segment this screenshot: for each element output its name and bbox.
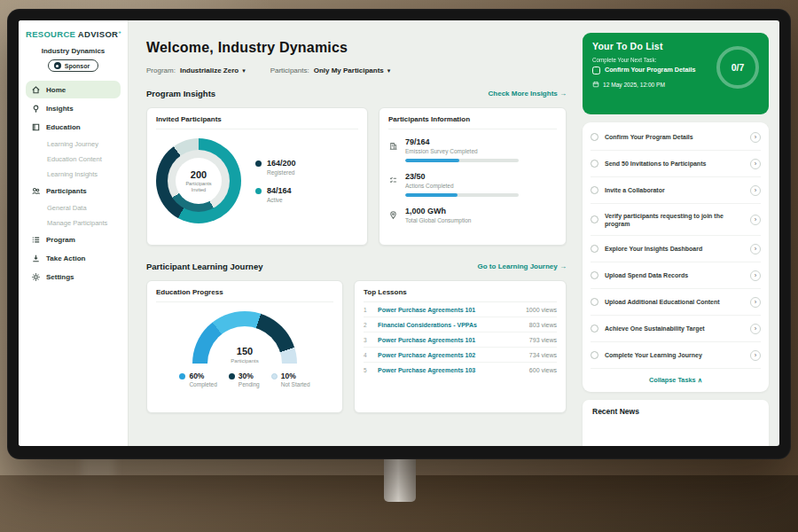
checkbox-icon[interactable] bbox=[591, 245, 598, 253]
sidebar-item-label: Manage Participants bbox=[47, 219, 107, 227]
sidebar: RESOURCE ADVISOR+ Industry Dynamics Spon… bbox=[19, 20, 129, 446]
todo-panel: Your To Do List Complete Your Next Task:… bbox=[579, 20, 779, 446]
task-label: Achieve One Sustainability Target bbox=[605, 325, 744, 332]
checkbox-icon[interactable] bbox=[591, 351, 598, 359]
task-row[interactable]: Upload Additional Educational Content › bbox=[591, 289, 761, 316]
chevron-right-icon[interactable]: › bbox=[750, 350, 761, 361]
chevron-right-icon[interactable]: › bbox=[750, 244, 761, 254]
lesson-link[interactable]: Power Purchase Agreements 102 bbox=[378, 352, 523, 358]
sidebar-item-education-content[interactable]: Education Content bbox=[26, 152, 121, 166]
logo-sup: + bbox=[118, 29, 121, 35]
lesson-link[interactable]: Power Purchase Agreements 103 bbox=[378, 367, 523, 373]
checkbox-icon[interactable] bbox=[591, 186, 598, 194]
chevron-right-icon[interactable]: › bbox=[750, 159, 761, 169]
todo-next-task-label: Confirm Your Program Details bbox=[605, 66, 695, 74]
sidebar-item-label: Settings bbox=[46, 273, 74, 281]
sidebar-item-manage-participants[interactable]: Manage Participants bbox=[26, 215, 121, 230]
task-row[interactable]: Complete Your Learning Journey › bbox=[591, 342, 761, 369]
donut-center-label: Participants Invited bbox=[181, 181, 216, 193]
stat-value: 1,000 GWh bbox=[405, 207, 471, 215]
sidebar-item-education[interactable]: Education bbox=[26, 118, 121, 136]
legend-dot bbox=[229, 373, 235, 379]
sidebar-item-participants[interactable]: Participants bbox=[26, 182, 121, 200]
lesson-link[interactable]: Power Purchase Agreements 101 bbox=[378, 307, 520, 313]
gauge-legend: 60% Completed 30% Pending 10% Not Starte… bbox=[179, 372, 309, 387]
chevron-right-icon[interactable]: › bbox=[750, 185, 761, 196]
go-to-learning-journey-link[interactable]: Go to Learning Journey → bbox=[478, 262, 567, 270]
program-dropdown[interactable]: Program: Industrialize Zero ▾ bbox=[146, 66, 246, 74]
checkbox-icon[interactable] bbox=[591, 133, 598, 141]
education-progress-card: Education Progress 150 Participants bbox=[146, 280, 343, 413]
sidebar-item-insights[interactable]: Insights bbox=[26, 99, 121, 117]
invited-card-body: 200 Participants Invited 164/200 Registe bbox=[156, 138, 358, 223]
task-row[interactable]: Send 50 Invitations to Participants › bbox=[591, 151, 761, 177]
learning-cards-row: Education Progress 150 Participants bbox=[146, 280, 567, 413]
program-insights-header: Program Insights Check More Insights → bbox=[146, 89, 567, 98]
task-row[interactable]: Invite a Collaborator › bbox=[591, 177, 761, 204]
lesson-row: 2 Financial Considerations - VPPAs 803 v… bbox=[364, 317, 557, 332]
progress-fill bbox=[405, 193, 458, 197]
legend-value: 84/164 bbox=[267, 186, 292, 195]
todo-progress-value: 0/7 bbox=[732, 62, 745, 73]
lesson-link[interactable]: Power Purchase Agreements 101 bbox=[378, 337, 523, 343]
task-row[interactable]: Upload Spend Data Records › bbox=[591, 262, 761, 289]
people-icon bbox=[31, 186, 41, 196]
dashboard-screen: RESOURCE ADVISOR+ Industry Dynamics Spon… bbox=[19, 20, 779, 446]
checkbox-icon[interactable] bbox=[591, 325, 598, 332]
lesson-rank: 2 bbox=[364, 322, 372, 328]
sidebar-item-take-action[interactable]: Take Action bbox=[26, 249, 121, 267]
lesson-views: 734 views bbox=[529, 352, 557, 358]
chevron-up-icon: ∧ bbox=[698, 376, 702, 384]
sidebar-item-learning-insights[interactable]: Learning Insights bbox=[26, 167, 121, 181]
task-row[interactable]: Explore Your Insights Dashboard › bbox=[591, 236, 761, 262]
stat-emission-survey: 79/164 Emission Survey Completed bbox=[388, 137, 557, 162]
sponsor-badge[interactable]: Sponsor bbox=[48, 59, 98, 72]
sidebar-item-learning-journey[interactable]: Learning Journey bbox=[26, 137, 121, 151]
checkbox-icon[interactable] bbox=[591, 215, 598, 223]
chevron-right-icon[interactable]: › bbox=[750, 324, 761, 334]
chevron-right-icon[interactable]: › bbox=[750, 270, 761, 281]
checkbox-icon[interactable] bbox=[591, 271, 598, 279]
gear-icon bbox=[31, 272, 41, 282]
todo-header-card: Your To Do List Complete Your Next Task:… bbox=[583, 33, 769, 114]
main-content: Welcome, Industry Dynamics Program: Indu… bbox=[129, 20, 579, 446]
checkbox-icon[interactable] bbox=[591, 160, 598, 168]
sidebar-item-home[interactable]: Home bbox=[26, 81, 121, 98]
sidebar-item-settings[interactable]: Settings bbox=[26, 268, 121, 286]
donut-legend: 164/200 Registered 84/164 Active bbox=[255, 159, 296, 203]
action-arrow-icon bbox=[31, 254, 41, 263]
todo-next-task[interactable]: Confirm Your Program Details bbox=[592, 66, 716, 74]
sidebar-nav: Home Insights Education bbox=[26, 81, 121, 286]
legend-label: Active bbox=[267, 197, 292, 203]
collapse-tasks-button[interactable]: Collapse Tasks ∧ bbox=[591, 369, 761, 390]
lesson-link[interactable]: Financial Considerations - VPPAs bbox=[378, 322, 523, 328]
sponsor-badge-label: Sponsor bbox=[65, 63, 90, 69]
card-title: Participants Information bbox=[388, 115, 557, 129]
sidebar-item-general-data[interactable]: General Data bbox=[26, 200, 121, 215]
recent-news-title: Recent News bbox=[592, 407, 639, 416]
stat-label: Total Global Consumption bbox=[405, 217, 471, 223]
participants-dropdown[interactable]: Participants: Only My Participants ▾ bbox=[270, 66, 391, 74]
lesson-row: 1 Power Purchase Agreements 101 1000 vie… bbox=[364, 302, 557, 317]
chevron-right-icon[interactable]: › bbox=[750, 132, 761, 143]
task-row[interactable]: Achieve One Sustainability Target › bbox=[591, 316, 761, 342]
checkbox-icon[interactable] bbox=[591, 298, 598, 306]
chevron-right-icon[interactable]: › bbox=[750, 297, 761, 308]
gauge-center-value: 150 bbox=[192, 347, 297, 356]
task-row[interactable]: Verify participants requesting to join t… bbox=[591, 204, 761, 236]
building-icon bbox=[388, 137, 398, 162]
sidebar-item-program[interactable]: Program bbox=[26, 231, 121, 248]
participants-filter-value: Only My Participants bbox=[314, 66, 384, 74]
lesson-views: 803 views bbox=[529, 322, 557, 328]
checkbox-icon[interactable] bbox=[592, 66, 600, 74]
legend-label: Pending bbox=[239, 381, 260, 387]
check-more-insights-link[interactable]: Check More Insights → bbox=[489, 90, 567, 98]
sidebar-item-label: Education bbox=[46, 123, 81, 131]
chevron-right-icon[interactable]: › bbox=[750, 215, 761, 225]
task-row[interactable]: Confirm Your Program Details › bbox=[591, 124, 761, 151]
task-label: Confirm Your Program Details bbox=[605, 133, 744, 141]
card-title: Invited Participants bbox=[156, 115, 358, 129]
learning-journey-header: Participant Learning Journey Go to Learn… bbox=[146, 262, 567, 271]
task-label: Verify participants requesting to join t… bbox=[605, 212, 744, 228]
chevron-down-icon: ▾ bbox=[387, 67, 391, 74]
